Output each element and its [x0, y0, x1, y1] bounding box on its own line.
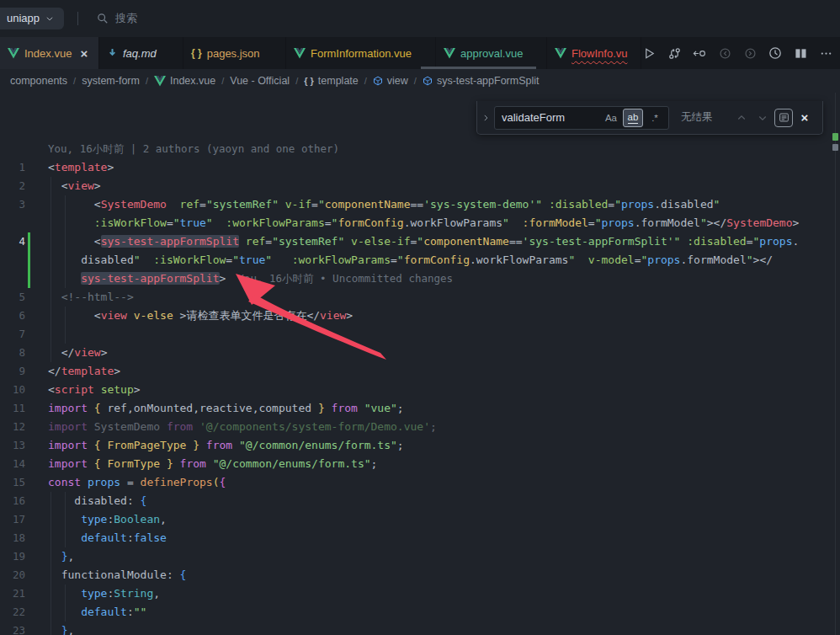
- regex-toggle[interactable]: .*: [645, 109, 665, 127]
- breadcrumb-item-index-vue[interactable]: Index.vue: [154, 75, 215, 87]
- more-actions-icon[interactable]: [816, 44, 835, 62]
- run-button[interactable]: [640, 44, 658, 62]
- indent-guide: [65, 492, 66, 510]
- code-text: <sys-test-appFormSplit ref="systemRef" v…: [48, 232, 840, 251]
- code-text: functionalModule: {: [48, 566, 840, 584]
- tab-flowinfo-vu[interactable]: FlowInfo.vu: [547, 37, 641, 69]
- match-case-toggle[interactable]: Aa: [601, 109, 621, 127]
- indent-guide: [51, 547, 51, 566]
- navigate-back-icon[interactable]: [715, 44, 734, 62]
- indent-guide: [65, 325, 66, 344]
- code-row[interactable]: 11import { ref,onMounted,reactive,comput…: [0, 399, 840, 418]
- breadcrumb-separator: /: [364, 76, 367, 86]
- code-row[interactable]: 4 <sys-test-appFormSplit ref="systemRef"…: [0, 232, 840, 251]
- breadcrumb-item-template[interactable]: { }template: [304, 75, 359, 87]
- indent-guide: [65, 269, 66, 288]
- breadcrumb-item-sys-test-appformsplit[interactable]: sys-test-appFormSplit: [423, 75, 540, 87]
- code-row[interactable]: 17 type:Boolean,: [0, 510, 840, 529]
- breadcrumb-item-components[interactable]: components: [10, 75, 67, 87]
- find-widget: Aaab.* 无结果 ×: [476, 101, 823, 135]
- code-row[interactable]: disabled" :isWorkFlow="true" :workFlowPa…: [0, 251, 840, 269]
- code-row[interactable]: 16 disabled: {: [0, 492, 840, 510]
- breadcrumb-item-view[interactable]: view: [373, 75, 408, 87]
- code-text: </template>: [48, 362, 840, 381]
- tab-label: FormInformation.vue: [311, 47, 412, 60]
- find-input[interactable]: [502, 111, 599, 124]
- code-row[interactable]: 8 </view>: [0, 344, 840, 362]
- tab-forminformation-vue[interactable]: FormInformation.vue: [286, 37, 436, 69]
- breadcrumb-item-vue-official[interactable]: Vue - Official: [230, 75, 290, 87]
- code-row[interactable]: 2 <view>: [0, 177, 840, 195]
- code-row[interactable]: 15const props = defineProps({: [0, 473, 840, 492]
- split-editor-icon[interactable]: [791, 44, 810, 62]
- vue-logo-icon: [154, 76, 166, 87]
- code-text: </view>: [48, 344, 840, 362]
- code-row[interactable]: 13import { FromPageType } from "@/common…: [0, 436, 840, 455]
- code-text: <view v-else >请检查表单文件是否存在</view>: [48, 307, 840, 325]
- breadcrumb-label: Vue - Official: [230, 75, 290, 87]
- previous-match-button[interactable]: [732, 109, 751, 127]
- line-number: 21: [0, 584, 25, 603]
- code-row[interactable]: 21 type:String,: [0, 584, 840, 603]
- indent-guide: [51, 269, 51, 288]
- toggle-replace-button[interactable]: [477, 114, 494, 122]
- code-editor[interactable]: You, 16小时前 | 2 authors (yaoyn and one ot…: [0, 93, 840, 635]
- line-number: 14: [0, 455, 25, 473]
- code-row[interactable]: 10<script setup>: [0, 381, 840, 399]
- code-row[interactable]: 3 <SystemDemo ref="systemRef" v-if="comp…: [0, 195, 840, 214]
- code-row[interactable]: 9</template>: [0, 362, 840, 381]
- line-number: 4: [0, 232, 25, 251]
- breadcrumb-label: system-form: [82, 75, 140, 87]
- indent-guide: [51, 195, 51, 214]
- code-text: import { FormType } from "@/common/enums…: [48, 455, 840, 473]
- source-control-icon[interactable]: [665, 44, 683, 62]
- project-badge[interactable]: uniapp: [0, 8, 64, 29]
- find-in-selection-button[interactable]: [774, 109, 793, 127]
- tab-approval-vue[interactable]: approval.vue: [436, 37, 547, 69]
- tab-faq-md[interactable]: faq.md: [99, 37, 183, 69]
- indent-guide: [51, 529, 51, 547]
- code-row[interactable]: :isWorkFlow="true" :workFlowParams="form…: [0, 214, 840, 232]
- inline-blame-annotation: You, 16小时前 • Uncommitted changes: [237, 272, 453, 285]
- close-find-button[interactable]: ×: [795, 109, 814, 127]
- breadcrumb-item-system-form[interactable]: system-form: [82, 75, 140, 87]
- indent-guide: [65, 603, 66, 622]
- tab-scrollbar[interactable]: [421, 67, 536, 69]
- code-row[interactable]: 6 <view v-else >请检查表单文件是否存在</view>: [0, 307, 840, 325]
- close-tab-icon[interactable]: ×: [80, 47, 88, 60]
- code-row[interactable]: 22 default:"": [0, 603, 840, 622]
- code-row[interactable]: 18 default:false: [0, 529, 840, 547]
- tab-pages-json[interactable]: { }pages.json: [183, 37, 286, 69]
- code-text: <template>: [48, 158, 840, 177]
- code-row[interactable]: 1<template>: [0, 158, 840, 177]
- code-text: <script setup>: [48, 381, 840, 399]
- code-row[interactable]: 23 },: [0, 622, 840, 635]
- indent-guide: [51, 177, 51, 195]
- code-row[interactable]: 12import SystemDemo from '@/components/s…: [0, 418, 840, 436]
- next-match-button[interactable]: [753, 109, 772, 127]
- history-icon[interactable]: [766, 44, 784, 62]
- code-row[interactable]: 7: [0, 325, 840, 344]
- indent-guide: [51, 566, 51, 584]
- code-row[interactable]: 20 functionalModule: {: [0, 566, 840, 584]
- code-row[interactable]: 19 },: [0, 547, 840, 566]
- indent-guide: [65, 584, 66, 603]
- breadcrumb-label: Index.vue: [170, 75, 215, 87]
- tab-index-vue[interactable]: Index.vue×: [0, 37, 99, 69]
- code-row[interactable]: 14import { FormType } from "@/common/enu…: [0, 455, 840, 473]
- line-number: 10: [0, 381, 25, 399]
- code-text: disabled" :isWorkFlow="true" :workFlowPa…: [48, 251, 840, 269]
- navigate-forward-icon[interactable]: [741, 44, 759, 62]
- chevron-down-icon: [45, 14, 54, 23]
- vue-logo-icon: [8, 48, 19, 59]
- word-highlight: sys-test-appFormSplit: [101, 235, 239, 248]
- global-search[interactable]: 搜索: [97, 11, 137, 26]
- line-number: 23: [0, 622, 25, 635]
- code-row[interactable]: sys-test-appFormSplit>You, 16小时前 • Uncom…: [0, 269, 840, 288]
- whole-word-toggle[interactable]: ab: [623, 109, 643, 127]
- editor-toolbar: [640, 37, 835, 69]
- open-changes-icon[interactable]: [690, 44, 709, 62]
- project-name: uniapp: [7, 12, 40, 24]
- code-text: default:"": [48, 603, 840, 622]
- code-row[interactable]: 5 <!--html-->: [0, 288, 840, 307]
